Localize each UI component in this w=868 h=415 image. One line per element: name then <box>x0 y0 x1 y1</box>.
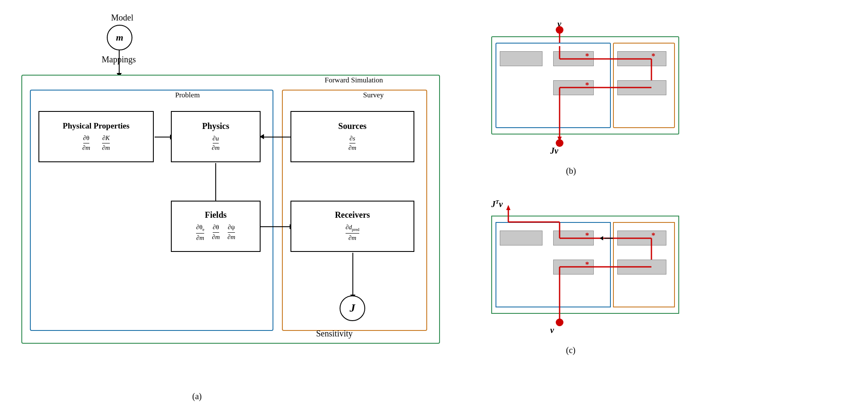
diagram-a: Model m Mappings Forward Simulation Prob… <box>9 9 478 406</box>
sources-title: Sources <box>338 121 367 131</box>
physics-math: ∂u ∂m <box>210 134 221 152</box>
v-label-bottom: v <box>550 325 554 335</box>
phys-props-frac-2: ∂K ∂m <box>102 134 110 152</box>
forward-simulation-label: Forward Simulation <box>325 76 383 85</box>
sources-frac-num: ∂s <box>349 134 355 144</box>
sources-frac: ∂s ∂m <box>349 134 356 152</box>
caption-c: (c) <box>566 345 575 355</box>
receivers-to-j-arrow <box>352 253 353 295</box>
model-label: Model <box>111 13 133 23</box>
sensitivity-label: Sensitivity <box>316 329 353 339</box>
physics-frac-num: ∂u <box>213 134 219 144</box>
fields-frac-3-num: ∂ψ <box>228 223 235 233</box>
physics-to-fields-arrow <box>215 163 216 202</box>
sources-to-physics-arrowhead <box>260 134 264 139</box>
fields-frac-2-num: ∂θ <box>213 223 219 233</box>
fields-frac-3: ∂ψ ∂m <box>227 223 235 242</box>
receivers-math: ∂dpred ∂m <box>344 223 361 242</box>
diagram-c: JTv * * * <box>487 196 692 359</box>
fields-frac-2: ∂θ ∂m <box>212 223 220 242</box>
diagram-b: v * * * <box>487 17 692 179</box>
j-circle: J <box>340 295 365 321</box>
problem-label: Problem <box>175 91 200 99</box>
svg-marker-19 <box>506 205 510 210</box>
physics-frac-den: ∂m <box>212 143 220 152</box>
receivers-title: Receivers <box>335 210 370 220</box>
phys-props-frac-2-num: ∂K <box>102 134 109 143</box>
fields-box: Fields ∂θe ∂m ∂θ ∂m ∂ψ ∂m <box>171 201 261 252</box>
model-symbol: m <box>116 32 123 43</box>
fields-frac-2-den: ∂m <box>212 233 220 242</box>
physics-title: Physics <box>202 121 229 131</box>
fields-to-receivers-arrow <box>261 226 290 227</box>
phys-props-frac-1: ∂θ ∂m <box>82 134 90 152</box>
physical-properties-box: Physical Properties ∂θ ∂m ∂K ∂m <box>38 111 154 162</box>
receivers-frac-den: ∂m <box>349 234 356 243</box>
c-red-path <box>487 196 692 359</box>
svg-marker-21 <box>600 236 603 240</box>
fields-frac-1: ∂θe ∂m <box>196 223 204 242</box>
b-red-path <box>487 17 692 179</box>
jv-label: Jv <box>550 146 558 156</box>
phys-props-to-physics-arrow <box>155 137 171 137</box>
physical-properties-title: Physical Properties <box>63 121 129 131</box>
physics-frac: ∂u ∂m <box>212 134 220 152</box>
receivers-frac: ∂dpred ∂m <box>346 223 359 242</box>
model-down-arrow <box>119 50 120 74</box>
physics-box: Physics ∂u ∂m <box>171 111 261 162</box>
j-symbol: J <box>350 302 355 315</box>
caption-a: (a) <box>192 392 202 401</box>
survey-label: Survey <box>363 91 384 99</box>
fields-math: ∂θe ∂m ∂θ ∂m ∂ψ ∂m <box>194 223 237 242</box>
phys-props-frac-1-num: ∂θ <box>83 134 90 143</box>
sources-box: Sources ∂s ∂m <box>290 111 414 162</box>
caption-b: (b) <box>566 166 576 176</box>
fields-title: Fields <box>205 210 226 220</box>
fields-frac-1-num: ∂θe <box>196 223 204 234</box>
sources-to-physics-arrow-line <box>261 137 290 137</box>
sources-frac-den: ∂m <box>349 143 356 152</box>
physical-properties-math: ∂θ ∂m ∂K ∂m <box>81 134 112 152</box>
receivers-frac-num: ∂dpred <box>346 223 359 234</box>
phys-props-frac-1-den: ∂m <box>82 143 90 152</box>
fields-frac-3-den: ∂m <box>227 233 235 242</box>
phys-props-frac-2-den: ∂m <box>102 143 110 152</box>
main-container: Model m Mappings Forward Simulation Prob… <box>0 0 868 415</box>
diagrams-bc: v * * * <box>487 9 722 359</box>
sources-math: ∂s ∂m <box>347 134 358 152</box>
model-circle: m <box>107 25 132 50</box>
receivers-box: Receivers ∂dpred ∂m <box>290 201 414 252</box>
fields-frac-1-den: ∂m <box>196 234 204 243</box>
